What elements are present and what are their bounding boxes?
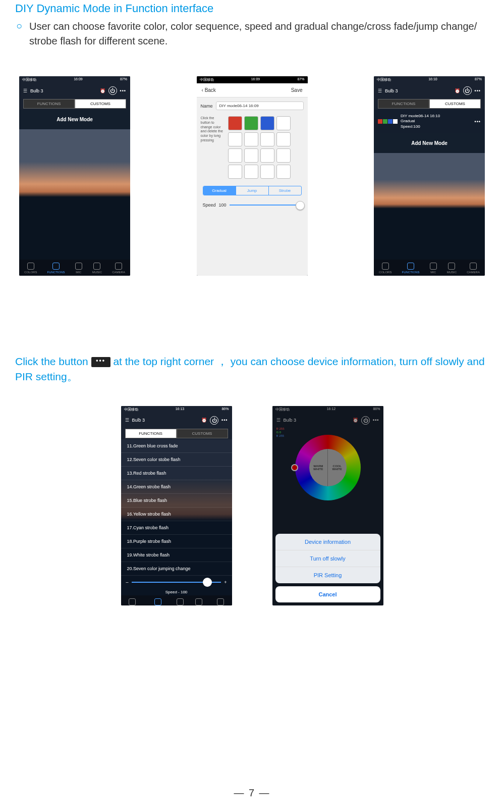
back-button[interactable]: ‹ Back [202, 87, 216, 93]
color-cell[interactable] [228, 132, 242, 146]
nav-colors[interactable]: COLORS [126, 598, 139, 605]
section-2-text: Click the button ••• at the top right co… [15, 354, 489, 385]
sheet-turn-off-slowly[interactable]: Turn off slowly [275, 550, 380, 567]
function-list-item[interactable]: 11.Green blue cross fade [121, 439, 232, 453]
sec2-text-pre: Click the button [15, 356, 88, 367]
nav-music[interactable]: MUSIC [447, 263, 457, 274]
tab-customs[interactable]: CUSTOMS [177, 429, 228, 438]
nav-colors[interactable]: COLORS [24, 263, 37, 274]
power-icon[interactable]: ⏻ [108, 86, 117, 95]
battery-label: 87% [475, 77, 482, 82]
more-icon[interactable]: ••• [120, 88, 126, 93]
more-icon[interactable]: ••• [475, 88, 481, 93]
seg-gradual[interactable]: Gradual [203, 186, 236, 195]
tab-functions[interactable]: FUNCTIONS [125, 429, 177, 438]
function-list-item[interactable]: 17.Cyan strobe flash [121, 521, 232, 535]
bottom-nav: COLORS FUNCTIONS MIC MUSIC CAMERA [121, 595, 232, 605]
more-icon[interactable]: ••• [221, 418, 228, 423]
nav-mic[interactable]: MIC [430, 263, 437, 274]
color-cell[interactable] [276, 132, 291, 146]
color-cell[interactable] [260, 132, 274, 146]
clock-label: 16:09 [74, 77, 83, 82]
tab-row: FUNCTIONS CUSTOMS [378, 99, 481, 109]
function-list-item[interactable]: 20.Seven color jumping change [121, 562, 232, 576]
color-cell[interactable] [228, 165, 242, 179]
nav-functions[interactable]: FUNCTIONS [47, 263, 65, 274]
diy-more-icon[interactable]: ••• [475, 119, 481, 124]
color-cell[interactable] [260, 116, 274, 130]
color-cell[interactable] [260, 148, 274, 163]
tab-functions[interactable]: FUNCTIONS [23, 99, 75, 109]
power-icon[interactable]: ⏻ [463, 86, 472, 95]
transition-segment: Gradual Jump Strobe [203, 186, 302, 195]
color-cell[interactable] [244, 132, 258, 146]
color-cell[interactable] [228, 148, 242, 163]
alarm-icon[interactable]: ⏰ [455, 88, 460, 93]
battery-label: 86% [221, 407, 229, 412]
tab-row: FUNCTIONS CUSTOMS [125, 429, 228, 438]
nav-camera[interactable]: CAMERA [112, 263, 125, 274]
color-cell[interactable] [276, 148, 291, 163]
sheet-pir-setting[interactable]: PIR Setting [275, 567, 380, 583]
tab-customs[interactable]: CUSTOMS [429, 99, 481, 109]
clock-label: 16:09 [251, 77, 260, 82]
tab-functions[interactable]: FUNCTIONS [378, 99, 429, 109]
seg-jump[interactable]: Jump [236, 186, 269, 195]
function-list-item[interactable]: 19.White strobe flash [121, 548, 232, 562]
chevron-left-icon: ‹ [202, 87, 203, 93]
nav-music[interactable]: MUSIC [194, 598, 203, 605]
nav-mic[interactable]: MIC [75, 263, 82, 274]
nav-camera[interactable]: CAMERA [467, 263, 480, 274]
speed-slider[interactable] [132, 582, 221, 583]
color-cell[interactable] [228, 116, 242, 130]
sheet-cancel[interactable]: Cancel [275, 586, 380, 602]
swatch [378, 119, 382, 124]
carrier-label: 中国移动 [200, 77, 214, 82]
nav-music[interactable]: MUSIC [92, 263, 102, 274]
background-photo [374, 153, 485, 260]
speed-minus[interactable]: – [126, 580, 129, 585]
alarm-icon[interactable]: ⏰ [201, 418, 207, 423]
diy-mode-card[interactable]: DIY mode06-14 16:10 Gradual Speed:100 ••… [374, 110, 485, 133]
nav-camera[interactable]: CAMERA [214, 598, 227, 605]
menu-icon[interactable]: ☰ [125, 418, 129, 423]
function-list-item[interactable]: 18.Purple strobe flash [121, 535, 232, 548]
function-list-item[interactable]: 16.Yellow strobe flash [121, 508, 232, 521]
sheet-device-information[interactable]: Device information [275, 534, 380, 550]
nav-mic[interactable]: MIC [177, 598, 184, 605]
color-cell[interactable] [244, 148, 258, 163]
name-input[interactable]: DIY mode06-14 16:09 [216, 102, 304, 110]
add-new-mode-button[interactable]: Add New Mode [374, 133, 485, 153]
menu-icon[interactable]: ☰ [378, 88, 382, 93]
power-icon[interactable]: ⏻ [210, 416, 218, 425]
speed-plus[interactable]: + [224, 580, 227, 585]
color-cell[interactable] [244, 116, 258, 130]
nav-colors[interactable]: COLORS [379, 263, 391, 274]
color-grid [228, 116, 291, 179]
function-list-item[interactable]: 12.Seven color stobe flash [121, 453, 232, 467]
screenshot-row-1: 中国移动 16:09 87% ☰ Bulb 3 ⏰ ⏻ ••• FUNCTION… [19, 76, 485, 276]
color-cell[interactable] [244, 165, 258, 179]
nav-functions[interactable]: FUNCTIONS [402, 263, 420, 274]
tab-customs[interactable]: CUSTOMS [75, 99, 126, 109]
status-bar: 中国移动 16:09 87% [197, 76, 308, 83]
save-button[interactable]: Save [291, 87, 303, 93]
color-cell[interactable] [276, 165, 291, 179]
bullet-text: User can choose favorite color, color se… [29, 19, 489, 48]
diy-mode-title: DIY mode06-14 16:10 [401, 114, 472, 119]
nav-functions[interactable]: FUNCTIONS [149, 598, 166, 605]
device-title: Bulb 3 [132, 418, 145, 423]
function-list-item[interactable]: 14.Green strobe flash [121, 480, 232, 494]
speed-slider[interactable] [230, 205, 302, 206]
function-list-item[interactable]: 13.Red strobe flash [121, 467, 232, 480]
name-label: Name [201, 104, 213, 109]
phone-diy-editor: 中国移动 16:09 87% ‹ Back Save Name DIY mode… [197, 76, 308, 276]
seg-strobe[interactable]: Strobe [269, 186, 301, 195]
color-cell[interactable] [260, 165, 274, 179]
alarm-icon[interactable]: ⏰ [100, 88, 105, 93]
function-list-item[interactable]: 15.Blue strobe flash [121, 494, 232, 508]
add-new-mode-button[interactable]: Add New Mode [19, 110, 130, 129]
menu-icon[interactable]: ☰ [23, 88, 27, 93]
clock-label: 16:13 [176, 407, 185, 412]
color-cell[interactable] [276, 116, 291, 130]
